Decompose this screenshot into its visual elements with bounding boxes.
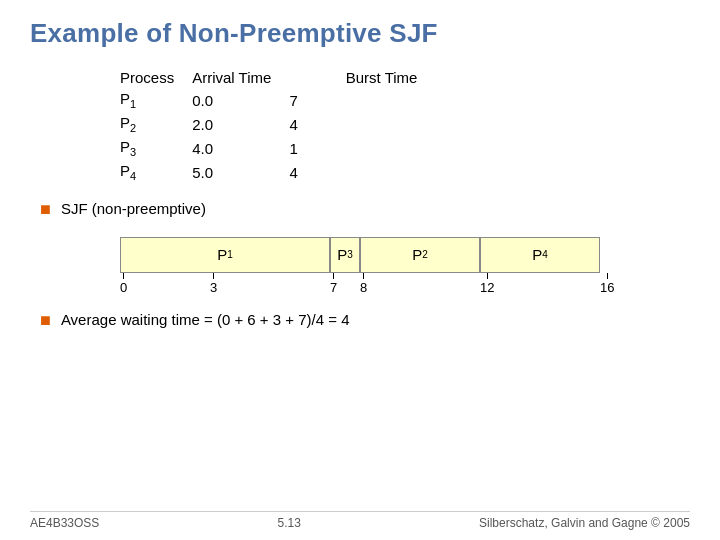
arrival-cell: 0.0 — [192, 88, 289, 112]
process-table: Process Arrival Time P10.07P22.04P34.01P… — [120, 67, 316, 184]
footer: AE4B33OSS 5.13 Silberschatz, Galvin and … — [30, 511, 690, 530]
gantt-tick-label: 7 — [330, 280, 337, 295]
table-row: P22.04 — [120, 112, 316, 136]
gantt-tick-label: 3 — [210, 280, 217, 295]
gantt-tick: 7 — [330, 273, 337, 295]
table-row: P45.04 — [120, 160, 316, 184]
avg-row: ■ Average waiting time = (0 + 6 + 3 + 7)… — [40, 309, 690, 332]
burst-time-header: Burst Time — [316, 67, 418, 184]
gantt-bar: P4 — [480, 237, 600, 273]
burst-cell: 1 — [289, 136, 315, 160]
col2-header: Arrival Time — [192, 67, 289, 88]
bullet-icon: ■ — [40, 199, 51, 221]
col1-header: Process — [120, 67, 192, 88]
burst-cell: 7 — [289, 88, 315, 112]
gantt-tick-label: 12 — [480, 280, 494, 295]
gantt-tick-container: 03781216 — [120, 273, 600, 295]
arrival-cell: 2.0 — [192, 112, 289, 136]
gantt-tick-label: 8 — [360, 280, 367, 295]
burst-cell: 4 — [289, 160, 315, 184]
footer-right: Silberschatz, Galvin and Gagne © 2005 — [479, 516, 690, 530]
gantt-section: P1P3P2P4 03781216 — [120, 237, 660, 295]
arrival-cell: 4.0 — [192, 136, 289, 160]
gantt-bar: P3 — [330, 237, 360, 273]
avg-bullet-icon: ■ — [40, 310, 51, 332]
burst-cell: 4 — [289, 112, 315, 136]
table-row: P10.07 — [120, 88, 316, 112]
gantt-tick: 12 — [480, 273, 494, 295]
process-cell: P1 — [120, 88, 192, 112]
gantt-tick-label: 16 — [600, 280, 614, 295]
content-area: Process Arrival Time P10.07P22.04P34.01P… — [30, 67, 690, 331]
gantt-timeline: 03781216 — [120, 273, 660, 295]
process-cell: P3 — [120, 136, 192, 160]
page: Example of Non-Preemptive SJF Process Ar… — [0, 0, 720, 540]
gantt-tick: 0 — [120, 273, 127, 295]
page-title: Example of Non-Preemptive SJF — [30, 18, 690, 49]
table-row: P34.01 — [120, 136, 316, 160]
footer-center: 5.13 — [278, 516, 301, 530]
sjf-label: SJF (non-preemptive) — [61, 198, 206, 219]
arrival-cell: 5.0 — [192, 160, 289, 184]
gantt-bar-row: P1P3P2P4 — [120, 237, 660, 273]
process-cell: P2 — [120, 112, 192, 136]
gantt-tick: 8 — [360, 273, 367, 295]
gantt-tick-label: 0 — [120, 280, 127, 295]
avg-waiting-text: Average waiting time = (0 + 6 + 3 + 7)/4… — [61, 309, 350, 330]
footer-left: AE4B33OSS — [30, 516, 99, 530]
gantt-tick: 3 — [210, 273, 217, 295]
table-section: Process Arrival Time P10.07P22.04P34.01P… — [120, 67, 690, 184]
gantt-bar: P2 — [360, 237, 480, 273]
sjf-bullet-row: ■ SJF (non-preemptive) — [40, 198, 690, 221]
gantt-tick: 16 — [600, 273, 614, 295]
process-cell: P4 — [120, 160, 192, 184]
gantt-bar: P1 — [120, 237, 330, 273]
